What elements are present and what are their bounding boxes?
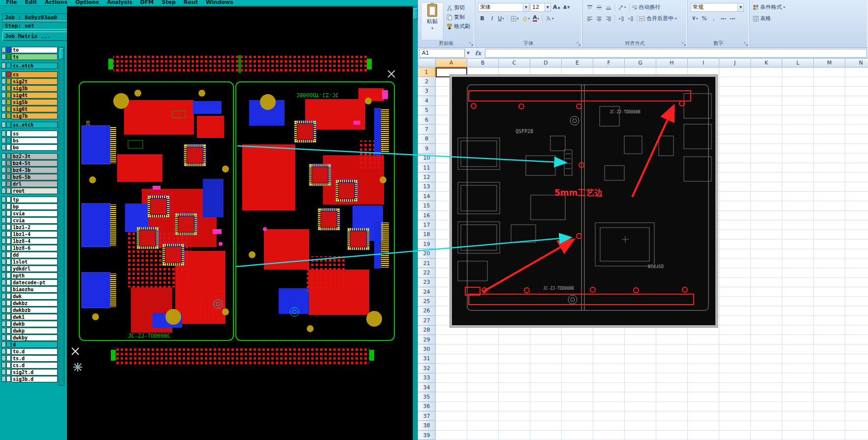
layer-context-box[interactable]	[1, 266, 6, 271]
font-color-button[interactable]: A▾	[532, 14, 540, 23]
row-header[interactable]: 32	[418, 364, 436, 373]
grow-font-button[interactable]: A▲	[552, 3, 561, 12]
layer-name[interactable]: datecode-pt	[11, 279, 58, 286]
layer-name[interactable]: sig6t	[11, 106, 58, 112]
layer-row[interactable]: bz2-3t	[1, 153, 58, 160]
layer-color-swatch[interactable]	[6, 217, 11, 223]
layer-color-swatch[interactable]	[6, 137, 11, 143]
layer-context-box[interactable]	[1, 203, 6, 209]
row-header[interactable]: 35	[418, 392, 436, 402]
layer-context-box[interactable]	[1, 144, 6, 150]
layer-name[interactable]: dwkp	[11, 328, 58, 334]
layer-row[interactable]: bo	[1, 144, 58, 151]
layer-name[interactable]: bo	[11, 144, 58, 151]
number-format-select[interactable]: 常规▼	[691, 3, 744, 12]
row-header[interactable]: 9	[418, 144, 436, 153]
layer-context-box[interactable]	[1, 106, 6, 112]
layer-name[interactable]: bz6-5b	[11, 174, 58, 180]
layer-color-swatch[interactable]	[6, 224, 11, 230]
layer-color-swatch[interactable]	[6, 362, 11, 368]
increase-indent-button[interactable]	[626, 14, 635, 23]
layer-context-box[interactable]	[1, 348, 6, 354]
layer-row[interactable]: sig2t.d	[1, 369, 58, 375]
merge-center-button[interactable]: 合并后居中▾	[639, 15, 677, 22]
column-header[interactable]: I	[688, 59, 719, 68]
format-painter-button[interactable]: 格式刷	[447, 23, 470, 30]
layer-row[interactable]: bz4-3b	[1, 167, 58, 173]
layer-color-swatch[interactable]	[6, 122, 11, 128]
layer-context-box[interactable]	[1, 293, 6, 299]
row-header[interactable]: 22	[418, 268, 436, 277]
row-header[interactable]: 36	[418, 402, 436, 411]
layer-context-box[interactable]	[1, 131, 6, 136]
italic-button[interactable]: I	[487, 14, 496, 23]
layer-row[interactable]: dwkp	[1, 328, 58, 334]
formula-input[interactable]	[485, 49, 867, 58]
layer-context-box[interactable]	[1, 113, 6, 119]
layer-row[interactable]: rout	[1, 188, 58, 194]
insert-function-button[interactable]: fx	[471, 50, 485, 57]
layer-name[interactable]: dwkby	[11, 335, 58, 341]
row-header[interactable]: 10	[418, 154, 436, 163]
row-header[interactable]: 8	[418, 135, 436, 144]
layer-name[interactable]: 1slot	[11, 259, 58, 265]
layer-context-box[interactable]	[1, 197, 6, 203]
menu-item[interactable]: Edit	[25, 0, 37, 5]
orientation-button[interactable]: ▾	[617, 3, 627, 12]
layer-row[interactable]: sig2t	[1, 78, 58, 85]
name-box-dropdown[interactable]: ▼	[465, 48, 471, 58]
column-header[interactable]: F	[593, 59, 625, 68]
layer-name[interactable]: sig3b	[11, 85, 58, 92]
layer-color-swatch[interactable]	[6, 348, 11, 354]
row-header[interactable]: 18	[418, 230, 436, 239]
layer-row[interactable]: dwkbzb	[1, 307, 58, 313]
column-header[interactable]: C	[499, 59, 530, 68]
cut-button[interactable]: 剪切	[447, 4, 470, 11]
layer-row[interactable]: 1bz8-4	[1, 238, 58, 244]
layer-color-swatch[interactable]	[6, 259, 11, 265]
layer-name[interactable]: bs	[11, 137, 58, 144]
layer-context-box[interactable]	[1, 63, 6, 68]
row-header[interactable]: 26	[418, 306, 436, 316]
decrease-decimal-button[interactable]	[728, 14, 737, 23]
layer-color-swatch[interactable]	[6, 376, 11, 382]
layer-context-box[interactable]	[1, 137, 6, 143]
column-header[interactable]: K	[751, 59, 782, 68]
layer-row[interactable]: 1bz8-6	[1, 245, 58, 251]
layer-row[interactable]: dwk1	[1, 314, 58, 320]
layer-row[interactable]: cs.etch	[1, 63, 58, 69]
layer-color-swatch[interactable]	[6, 63, 11, 68]
layer-name[interactable]: bz2-3t	[11, 153, 58, 160]
layer-color-swatch[interactable]	[6, 252, 11, 258]
layer-row[interactable]: bz6-5b	[1, 174, 58, 180]
layer-color-swatch[interactable]	[6, 78, 11, 84]
layer-row[interactable]: dwkbz	[1, 300, 58, 306]
layer-context-box[interactable]	[1, 328, 6, 334]
layer-name[interactable]: bp	[11, 203, 58, 210]
fill-color-button[interactable]: ▾	[521, 14, 531, 23]
layer-name[interactable]: sig4t	[11, 92, 58, 99]
layer-name[interactable]: cs	[11, 71, 58, 78]
row-header[interactable]: 5	[418, 106, 436, 115]
copy-button[interactable]: 复制	[447, 13, 470, 21]
layer-color-swatch[interactable]	[6, 369, 11, 375]
layer-color-swatch[interactable]	[6, 286, 11, 292]
layer-row[interactable]: dwkby	[1, 335, 58, 341]
chevron-down-icon[interactable]: ▼	[738, 3, 743, 11]
row-header[interactable]: 37	[418, 411, 436, 421]
layer-row[interactable]: ss	[1, 131, 58, 137]
layer-row[interactable]: 1bz1-2	[1, 224, 58, 231]
layer-row[interactable]: drl	[1, 181, 58, 187]
underline-button[interactable]: U▾	[497, 14, 505, 23]
alignment-dialog-launcher[interactable]	[682, 42, 686, 46]
layer-row[interactable]: sig5b	[1, 99, 58, 105]
layer-context-box[interactable]	[1, 47, 6, 53]
layer-color-swatch[interactable]	[6, 279, 11, 285]
row-header[interactable]: 33	[418, 373, 436, 383]
layer-color-swatch[interactable]	[6, 181, 11, 187]
layer-context-box[interactable]	[1, 286, 6, 292]
row-header[interactable]: 2	[418, 77, 436, 86]
borders-button[interactable]: ▾	[510, 14, 520, 23]
layer-context-box[interactable]	[1, 238, 6, 244]
column-header[interactable]: N	[845, 59, 868, 68]
